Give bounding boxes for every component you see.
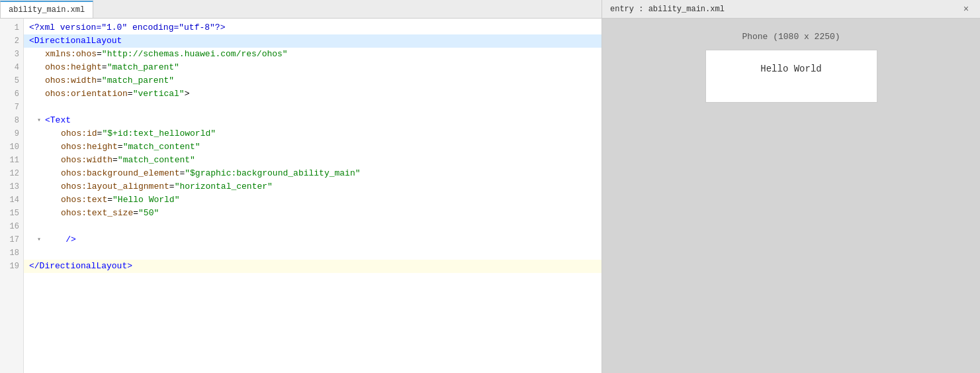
code-line — [24, 246, 601, 260]
line-number: 14 — [0, 193, 23, 207]
token-punct: = — [179, 167, 185, 180]
token-value: "50" — [138, 207, 159, 220]
editor-tab-label: ability_main.xml — [9, 5, 85, 15]
token-punct: = — [97, 48, 102, 61]
line-number: 2 — [0, 34, 23, 48]
token-punct: = — [112, 154, 118, 167]
token-attr: ohos:text_size — [61, 207, 133, 220]
fold-icon[interactable]: ▾ — [34, 116, 44, 125]
line-number: 4 — [0, 61, 23, 74]
token-tag: /> — [45, 233, 76, 246]
token-attr: ohos:width — [45, 74, 97, 87]
token-value: "$graphic:background_ability_main" — [185, 167, 360, 180]
preview-body: Phone (1080 x 2250) Hello World — [602, 19, 980, 373]
preview-title: entry : ability_main.xml — [610, 5, 725, 14]
token-punct: = — [169, 180, 175, 193]
token-tag: <Text — [45, 114, 71, 127]
token-attr: ohos:height — [45, 61, 102, 74]
code-line: <DirectionalLayout — [24, 34, 601, 48]
code-line: ohos:text="Hello World" — [24, 193, 601, 207]
preview-panel: entry : ability_main.xml × Phone (1080 x… — [602, 0, 980, 373]
token-decl: <?xml version="1.0" encoding="utf-8"?> — [29, 21, 225, 34]
token-value: "match_content" — [123, 140, 200, 154]
token-punct: = — [97, 127, 103, 140]
code-line: ohos:background_element="$graphic:backgr… — [24, 167, 601, 180]
code-line: <?xml version="1.0" encoding="utf-8"?> — [24, 21, 601, 34]
line-number: 8 — [0, 114, 23, 127]
token-value: "horizontal_center" — [175, 180, 273, 193]
line-number: 12 — [0, 167, 23, 180]
line-number: 5 — [0, 74, 23, 87]
line-number: 17 — [0, 233, 23, 246]
code-line: ohos:orientation="vertical"> — [24, 87, 601, 101]
code-line: ohos:layout_alignment="horizontal_center… — [24, 180, 601, 193]
token-attr: ohos:layout_alignment — [61, 180, 169, 193]
code-line: ▾<Text — [24, 114, 601, 127]
preview-title-separator: : — [639, 5, 648, 14]
token-punct: = — [102, 61, 107, 74]
token-attr: ohos:height — [61, 140, 118, 154]
token-punct: = — [128, 87, 133, 101]
code-line: ▾ /> — [24, 233, 601, 246]
token-tag-close: </DirectionalLayout> — [29, 260, 132, 273]
fold-icon[interactable]: ▾ — [34, 235, 44, 244]
line-number: 11 — [0, 154, 23, 167]
code-line: ohos:width="match_parent" — [24, 74, 601, 87]
line-number: 3 — [0, 48, 23, 61]
line-number: 18 — [0, 246, 23, 260]
code-line: ohos:width="match_content" — [24, 154, 601, 167]
token-punct: > — [185, 87, 190, 101]
token-value: "match_parent" — [107, 61, 179, 74]
token-attr: ohos:width — [61, 154, 112, 167]
token-attr: ohos:background_element — [61, 167, 179, 180]
editor-tab-bar: ability_main.xml — [0, 0, 601, 19]
token-value: "match_parent" — [102, 74, 174, 87]
token-punct: = — [118, 140, 123, 154]
editor-panel: ability_main.xml 12345678910111213141516… — [0, 0, 602, 373]
token-value: "$+id:text_helloworld" — [102, 127, 216, 140]
code-line: ohos:height="match_content" — [24, 140, 601, 154]
token-attr: xmlns:ohos — [45, 48, 97, 61]
line-number: 10 — [0, 140, 23, 154]
code-line — [24, 220, 601, 233]
token-value: "Hello World" — [112, 193, 179, 207]
token-tag: <DirectionalLayout — [29, 34, 122, 48]
code-line — [24, 101, 601, 114]
code-area[interactable]: <?xml version="1.0" encoding="utf-8"?><D… — [24, 19, 601, 373]
token-value: "http://schemas.huawei.com/res/ohos" — [102, 48, 288, 61]
code-line: ohos:id="$+id:text_helloworld" — [24, 127, 601, 140]
line-number: 16 — [0, 220, 23, 233]
token-attr: ohos:text — [61, 193, 107, 207]
editor-tab-ability-main[interactable]: ability_main.xml — [0, 1, 93, 18]
line-number: 13 — [0, 180, 23, 193]
code-line: </DirectionalLayout> — [24, 260, 601, 273]
token-attr: ohos:orientation — [45, 87, 128, 101]
device-label: Phone (1080 x 2250) — [742, 32, 840, 42]
preview-close-button[interactable]: × — [960, 3, 972, 15]
code-line: ohos:text_size="50" — [24, 207, 601, 220]
line-number: 1 — [0, 21, 23, 34]
preview-title-file: ability_main.xml — [648, 5, 725, 14]
line-number: 6 — [0, 87, 23, 101]
device-frame: Hello World — [705, 50, 877, 103]
token-attr: ohos:id — [61, 127, 97, 140]
preview-header: entry : ability_main.xml × — [602, 0, 980, 19]
line-numbers: 12345678910111213141516171819 — [0, 19, 24, 373]
line-number: 19 — [0, 260, 23, 273]
code-line: ohos:height="match_parent" — [24, 61, 601, 74]
line-number: 7 — [0, 101, 23, 114]
line-number: 15 — [0, 207, 23, 220]
close-icon: × — [963, 4, 969, 15]
token-punct: = — [97, 74, 102, 87]
token-punct: = — [107, 193, 112, 207]
line-number: 9 — [0, 127, 23, 140]
preview-title-prefix: entry — [610, 5, 634, 14]
code-line: xmlns:ohos="http://schemas.huawei.com/re… — [24, 48, 601, 61]
hello-world-text: Hello World — [760, 64, 821, 74]
editor-content: 12345678910111213141516171819 <?xml vers… — [0, 19, 601, 373]
token-value: "vertical" — [133, 87, 185, 101]
token-value: "match_content" — [118, 154, 195, 167]
token-punct: = — [133, 207, 138, 220]
